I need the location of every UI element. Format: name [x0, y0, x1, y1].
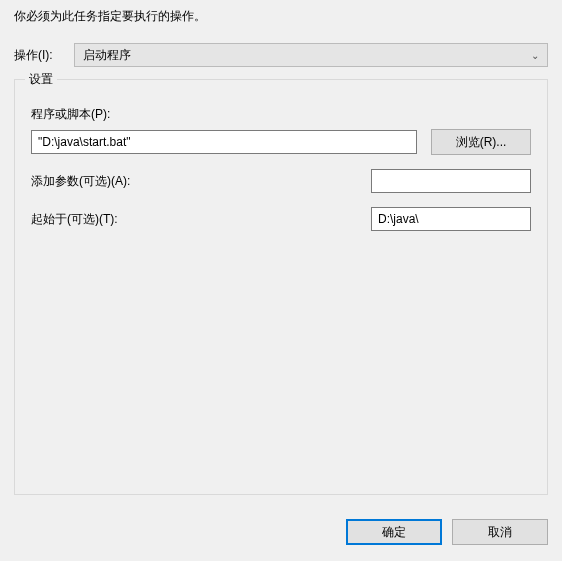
startin-label: 起始于(可选)(T):: [31, 211, 371, 228]
startin-input[interactable]: [371, 207, 531, 231]
action-label: 操作(I):: [14, 47, 64, 64]
create-action-dialog: 你必须为此任务指定要执行的操作。 操作(I): 启动程序 ⌄ 设置 程序或脚本(…: [0, 0, 562, 561]
action-row: 操作(I): 启动程序 ⌄: [0, 39, 562, 79]
startin-row: 起始于(可选)(T):: [31, 207, 531, 231]
instruction-text: 你必须为此任务指定要执行的操作。: [0, 0, 562, 39]
args-input[interactable]: [371, 169, 531, 193]
script-label: 程序或脚本(P):: [31, 106, 531, 123]
cancel-button[interactable]: 取消: [452, 519, 548, 545]
script-input[interactable]: [31, 130, 417, 154]
settings-group: 设置 程序或脚本(P): 浏览(R)... 添加参数(可选)(A): 起始于(可…: [14, 79, 548, 495]
dialog-footer: 确定 取消: [0, 509, 562, 561]
args-label: 添加参数(可选)(A):: [31, 173, 371, 190]
settings-legend: 设置: [25, 71, 57, 88]
chevron-down-icon: ⌄: [531, 50, 539, 61]
ok-button[interactable]: 确定: [346, 519, 442, 545]
action-dropdown[interactable]: 启动程序 ⌄: [74, 43, 548, 67]
script-field: 程序或脚本(P): 浏览(R)...: [31, 106, 531, 155]
action-selected-value: 启动程序: [83, 47, 131, 64]
args-row: 添加参数(可选)(A):: [31, 169, 531, 193]
script-row: 浏览(R)...: [31, 129, 531, 155]
browse-button[interactable]: 浏览(R)...: [431, 129, 531, 155]
